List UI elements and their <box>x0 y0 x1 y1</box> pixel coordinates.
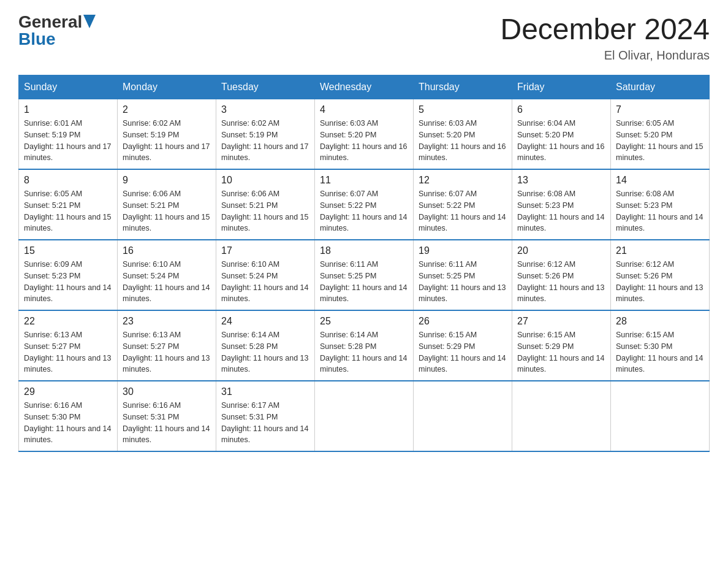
day-info: Sunrise: 6:07 AMSunset: 5:22 PMDaylight:… <box>320 188 408 234</box>
day-number: 31 <box>221 386 309 397</box>
table-row: 1Sunrise: 6:01 AMSunset: 5:19 PMDaylight… <box>19 99 118 170</box>
day-number: 11 <box>320 175 408 186</box>
month-title: December 2024 <box>500 12 710 46</box>
table-row <box>512 381 611 451</box>
day-info: Sunrise: 6:06 AMSunset: 5:21 PMDaylight:… <box>123 188 211 234</box>
day-number: 21 <box>616 245 704 256</box>
logo-blue-text: Blue <box>18 29 96 49</box>
table-row: 17Sunrise: 6:10 AMSunset: 5:24 PMDayligh… <box>216 240 315 310</box>
day-number: 30 <box>123 386 211 397</box>
table-row: 8Sunrise: 6:05 AMSunset: 5:21 PMDaylight… <box>19 169 118 240</box>
table-row: 26Sunrise: 6:15 AMSunset: 5:29 PMDayligh… <box>414 310 512 381</box>
table-row: 15Sunrise: 6:09 AMSunset: 5:23 PMDayligh… <box>19 240 118 310</box>
day-number: 26 <box>419 316 507 327</box>
day-info: Sunrise: 6:10 AMSunset: 5:24 PMDaylight:… <box>221 259 309 305</box>
calendar-table: Sunday Monday Tuesday Wednesday Thursday… <box>18 75 710 452</box>
day-info: Sunrise: 6:11 AMSunset: 5:25 PMDaylight:… <box>320 259 408 305</box>
day-number: 14 <box>616 175 704 186</box>
day-number: 10 <box>221 175 309 186</box>
day-number: 1 <box>24 104 112 115</box>
day-number: 2 <box>123 104 211 115</box>
day-info: Sunrise: 6:02 AMSunset: 5:19 PMDaylight:… <box>123 118 211 164</box>
calendar-week-1: 1Sunrise: 6:01 AMSunset: 5:19 PMDaylight… <box>19 99 710 170</box>
day-info: Sunrise: 6:14 AMSunset: 5:28 PMDaylight:… <box>221 329 309 375</box>
table-row: 30Sunrise: 6:16 AMSunset: 5:31 PMDayligh… <box>118 381 216 451</box>
day-info: Sunrise: 6:11 AMSunset: 5:25 PMDaylight:… <box>419 259 507 305</box>
table-row: 2Sunrise: 6:02 AMSunset: 5:19 PMDaylight… <box>118 99 216 170</box>
table-row: 3Sunrise: 6:02 AMSunset: 5:19 PMDaylight… <box>216 99 315 170</box>
table-row <box>611 381 710 451</box>
day-info: Sunrise: 6:16 AMSunset: 5:30 PMDaylight:… <box>24 400 112 446</box>
day-info: Sunrise: 6:15 AMSunset: 5:29 PMDaylight:… <box>419 329 507 375</box>
page-header: General Blue December 2024 El Olivar, Ho… <box>18 12 710 63</box>
day-number: 20 <box>517 245 605 256</box>
day-number: 18 <box>320 245 408 256</box>
day-number: 13 <box>517 175 605 186</box>
logo: General Blue <box>18 12 96 49</box>
day-number: 12 <box>419 175 507 186</box>
table-row: 5Sunrise: 6:03 AMSunset: 5:20 PMDaylight… <box>414 99 512 170</box>
calendar-body: 1Sunrise: 6:01 AMSunset: 5:19 PMDaylight… <box>19 99 710 452</box>
table-row <box>315 381 414 451</box>
day-info: Sunrise: 6:12 AMSunset: 5:26 PMDaylight:… <box>616 259 704 305</box>
day-number: 24 <box>221 316 309 327</box>
table-row: 18Sunrise: 6:11 AMSunset: 5:25 PMDayligh… <box>315 240 414 310</box>
col-tuesday: Tuesday <box>216 75 315 99</box>
day-info: Sunrise: 6:05 AMSunset: 5:21 PMDaylight:… <box>24 188 112 234</box>
table-row: 24Sunrise: 6:14 AMSunset: 5:28 PMDayligh… <box>216 310 315 381</box>
day-info: Sunrise: 6:14 AMSunset: 5:28 PMDaylight:… <box>320 329 408 375</box>
table-row: 9Sunrise: 6:06 AMSunset: 5:21 PMDaylight… <box>118 169 216 240</box>
svg-marker-0 <box>83 15 96 28</box>
day-number: 28 <box>616 316 704 327</box>
day-number: 4 <box>320 104 408 115</box>
table-row: 22Sunrise: 6:13 AMSunset: 5:27 PMDayligh… <box>19 310 118 381</box>
col-thursday: Thursday <box>414 75 512 99</box>
day-info: Sunrise: 6:05 AMSunset: 5:20 PMDaylight:… <box>616 118 704 164</box>
logo-triangle-icon <box>83 15 96 28</box>
table-row: 11Sunrise: 6:07 AMSunset: 5:22 PMDayligh… <box>315 169 414 240</box>
table-row: 4Sunrise: 6:03 AMSunset: 5:20 PMDaylight… <box>315 99 414 170</box>
table-row: 21Sunrise: 6:12 AMSunset: 5:26 PMDayligh… <box>611 240 710 310</box>
day-info: Sunrise: 6:07 AMSunset: 5:22 PMDaylight:… <box>419 188 507 234</box>
table-row: 20Sunrise: 6:12 AMSunset: 5:26 PMDayligh… <box>512 240 611 310</box>
day-number: 27 <box>517 316 605 327</box>
table-row: 10Sunrise: 6:06 AMSunset: 5:21 PMDayligh… <box>216 169 315 240</box>
day-info: Sunrise: 6:15 AMSunset: 5:30 PMDaylight:… <box>616 329 704 375</box>
day-info: Sunrise: 6:08 AMSunset: 5:23 PMDaylight:… <box>517 188 605 234</box>
day-info: Sunrise: 6:08 AMSunset: 5:23 PMDaylight:… <box>616 188 704 234</box>
table-row: 28Sunrise: 6:15 AMSunset: 5:30 PMDayligh… <box>611 310 710 381</box>
day-number: 6 <box>517 104 605 115</box>
day-number: 5 <box>419 104 507 115</box>
day-info: Sunrise: 6:03 AMSunset: 5:20 PMDaylight:… <box>320 118 408 164</box>
day-info: Sunrise: 6:13 AMSunset: 5:27 PMDaylight:… <box>123 329 211 375</box>
day-number: 22 <box>24 316 112 327</box>
day-number: 7 <box>616 104 704 115</box>
day-number: 25 <box>320 316 408 327</box>
table-row: 19Sunrise: 6:11 AMSunset: 5:25 PMDayligh… <box>414 240 512 310</box>
table-row <box>414 381 512 451</box>
day-number: 16 <box>123 245 211 256</box>
day-number: 9 <box>123 175 211 186</box>
day-info: Sunrise: 6:12 AMSunset: 5:26 PMDaylight:… <box>517 259 605 305</box>
calendar-week-3: 15Sunrise: 6:09 AMSunset: 5:23 PMDayligh… <box>19 240 710 310</box>
day-number: 17 <box>221 245 309 256</box>
table-row: 13Sunrise: 6:08 AMSunset: 5:23 PMDayligh… <box>512 169 611 240</box>
table-row: 7Sunrise: 6:05 AMSunset: 5:20 PMDaylight… <box>611 99 710 170</box>
day-number: 8 <box>24 175 112 186</box>
day-info: Sunrise: 6:13 AMSunset: 5:27 PMDaylight:… <box>24 329 112 375</box>
title-section: December 2024 El Olivar, Honduras <box>500 12 710 63</box>
table-row: 27Sunrise: 6:15 AMSunset: 5:29 PMDayligh… <box>512 310 611 381</box>
table-row: 31Sunrise: 6:17 AMSunset: 5:31 PMDayligh… <box>216 381 315 451</box>
day-info: Sunrise: 6:17 AMSunset: 5:31 PMDaylight:… <box>221 400 309 446</box>
table-row: 25Sunrise: 6:14 AMSunset: 5:28 PMDayligh… <box>315 310 414 381</box>
day-info: Sunrise: 6:04 AMSunset: 5:20 PMDaylight:… <box>517 118 605 164</box>
day-info: Sunrise: 6:01 AMSunset: 5:19 PMDaylight:… <box>24 118 112 164</box>
table-row: 29Sunrise: 6:16 AMSunset: 5:30 PMDayligh… <box>19 381 118 451</box>
day-number: 3 <box>221 104 309 115</box>
day-number: 29 <box>24 386 112 397</box>
day-number: 23 <box>123 316 211 327</box>
day-info: Sunrise: 6:03 AMSunset: 5:20 PMDaylight:… <box>419 118 507 164</box>
day-info: Sunrise: 6:15 AMSunset: 5:29 PMDaylight:… <box>517 329 605 375</box>
table-row: 14Sunrise: 6:08 AMSunset: 5:23 PMDayligh… <box>611 169 710 240</box>
day-number: 19 <box>419 245 507 256</box>
